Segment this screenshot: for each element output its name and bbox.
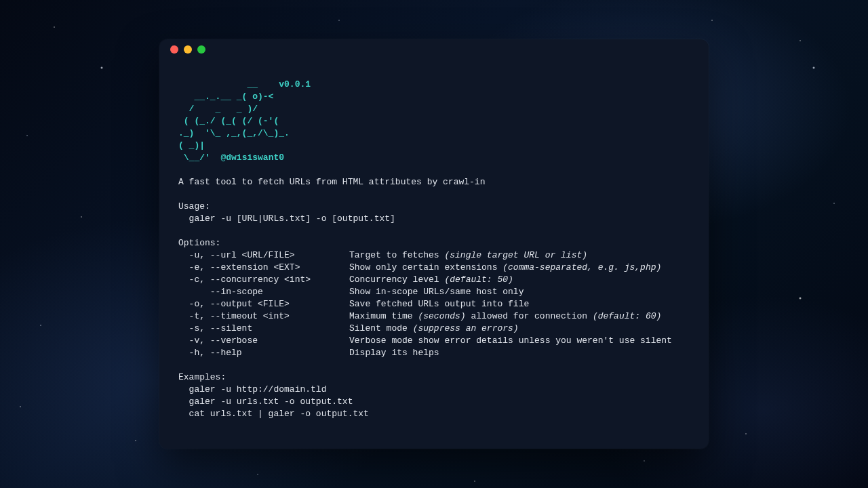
option-flag: -o, --output <FILE> [178, 298, 349, 310]
ascii-line: __ [178, 79, 279, 89]
minimize-icon[interactable] [184, 45, 192, 54]
option-flag: -v, --verbose [178, 335, 349, 347]
option-flag: -u, --url <URL/FILE> [178, 249, 349, 262]
option-desc: allowed for connection [466, 311, 593, 321]
example-line: galer -u urls.txt -o output.txt [178, 396, 353, 407]
example-line: cat urls.txt | galer -o output.txt [178, 409, 369, 419]
option-row: -t, --timeout <int>Maximum time (seconds… [178, 311, 661, 321]
ascii-line: / _ _ )/ [178, 104, 279, 114]
option-desc: Show in-scope URLs/same host only [349, 287, 524, 297]
option-row: -u, --url <URL/FILE>Target to fetches (s… [178, 250, 587, 260]
option-desc: Display its helps [349, 348, 439, 358]
option-flag: -s, --silent [178, 323, 349, 335]
window-titlebar [159, 39, 709, 60]
ascii-line: \__/' [178, 152, 220, 163]
description-text: A fast tool to fetch URLs from HTML attr… [178, 177, 485, 187]
option-desc: Save fetched URLs output into file [349, 299, 529, 309]
option-note: (comma-separated, e.g. js,php) [502, 262, 661, 272]
option-note: (suppress an errors) [413, 323, 519, 333]
option-desc: Maximum time [349, 311, 418, 321]
option-desc: Target to fetches [349, 250, 444, 260]
option-row: -h, --helpDisplay its helps [178, 348, 439, 358]
version-label: v0.0.1 [279, 79, 311, 89]
ascii-line: __._.__ _( o)-< [178, 92, 279, 102]
usage-line: galer -u [URL|URLs.txt] -o [output.txt] [178, 214, 395, 224]
option-flag: -h, --help [178, 347, 349, 359]
examples-header: Examples: [178, 372, 226, 382]
option-desc: Verbose mode show error details unless y… [349, 336, 672, 346]
ascii-line: ( (_./ (_( (/ (-'( [178, 116, 279, 126]
option-flag: -e, --extension <EXT> [178, 262, 349, 274]
ascii-line: ( _)| [178, 140, 216, 150]
terminal-window: __ v0.0.1 __._.__ _( o)-< / _ _ )/ ( (_.… [159, 39, 709, 449]
option-note: (single target URL or list) [444, 250, 587, 260]
option-flag: -c, --concurrency <int> [178, 274, 349, 286]
option-desc: Show only certain extensions [349, 262, 502, 272]
option-row: -o, --output <FILE>Save fetched URLs out… [178, 299, 529, 309]
option-desc: Silent mode [349, 323, 413, 333]
zoom-icon[interactable] [197, 45, 205, 54]
close-icon[interactable] [170, 45, 178, 54]
option-note: (default: 60) [593, 311, 661, 321]
author-handle: @dwisiswant0 [220, 152, 284, 163]
options-header: Options: [178, 238, 220, 248]
option-note: (default: 50) [444, 274, 513, 285]
option-note: (seconds) [418, 311, 465, 321]
example-line: galer -u http://domain.tld [178, 384, 326, 394]
option-row: -s, --silentSilent mode (suppress an err… [178, 323, 519, 333]
option-flag: -t, --timeout <int> [178, 310, 349, 323]
option-row: -c, --concurrency <int>Concurrency level… [178, 274, 513, 285]
option-desc: Concurrency level [349, 274, 444, 285]
option-row: -e, --extension <EXT>Show only certain e… [178, 262, 661, 272]
option-flag: --in-scope [178, 286, 349, 298]
ascii-line: ._) '\_ ,_,(_,/\_)_. [178, 128, 290, 138]
ascii-banner: __ v0.0.1 __._.__ _( o)-< / _ _ )/ ( (_.… [178, 79, 311, 163]
usage-header: Usage: [178, 201, 210, 211]
terminal-output: __ v0.0.1 __._.__ _( o)-< / _ _ )/ ( (_.… [159, 60, 709, 436]
option-row: --in-scopeShow in-scope URLs/same host o… [178, 287, 524, 297]
option-row: -v, --verboseVerbose mode show error det… [178, 336, 672, 346]
